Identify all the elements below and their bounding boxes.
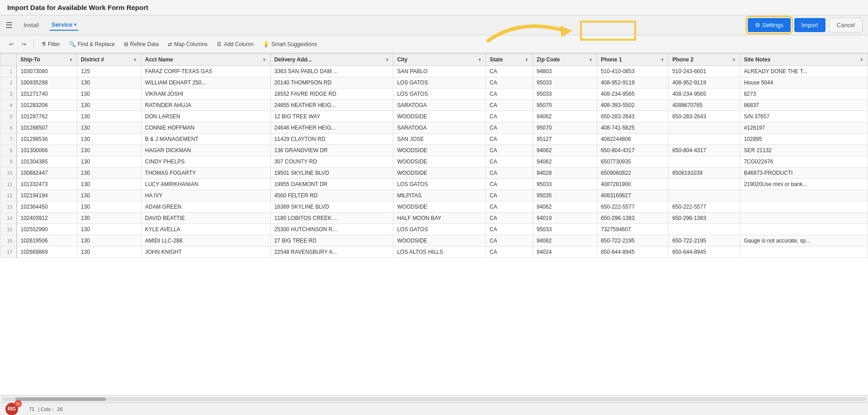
cell-shipto[interactable]: 100935298: [17, 77, 77, 89]
cell-state[interactable]: CA: [486, 247, 533, 258]
cell-zip[interactable]: 94062: [533, 156, 597, 168]
cell-city[interactable]: LOS GATOS: [393, 89, 486, 100]
cell-city[interactable]: WOODSIDE: [393, 235, 486, 247]
sort-district-icon[interactable]: ▼: [133, 57, 137, 62]
cell-zip[interactable]: 94024: [533, 247, 597, 258]
find-replace-button[interactable]: 🔍 Find & Replace: [66, 39, 118, 49]
cell-city[interactable]: LOS ALTOS HILLS: [393, 247, 486, 258]
cell-phone2[interactable]: [669, 122, 740, 134]
cell-state[interactable]: CA: [486, 168, 533, 179]
cell-district[interactable]: 130: [77, 89, 141, 100]
sort-zip-icon[interactable]: ▼: [589, 57, 593, 62]
cell-acctname[interactable]: HAGAR DICKMAN: [141, 145, 270, 156]
cell-shipto[interactable]: 103073080: [17, 66, 77, 77]
cell-city[interactable]: SAN PABLO: [393, 66, 486, 77]
cell-acctname[interactable]: THOMAS FOGARTY: [141, 168, 270, 179]
cell-state[interactable]: CA: [486, 122, 533, 134]
refine-data-button[interactable]: ⊞ Refine Data: [120, 39, 162, 49]
cell-phone1[interactable]: 650-222-5577: [597, 201, 668, 213]
cell-district[interactable]: 130: [77, 201, 141, 213]
table-row[interactable]: 16102619506130AMIDI LLC-28827 BIG TREE R…: [0, 235, 868, 247]
cell-phone1[interactable]: 408-234-9565: [597, 89, 668, 100]
table-row[interactable]: 5101287762130DON LARSEN12 BIG TREE WAYWO…: [0, 111, 868, 122]
cell-sitenotes[interactable]: ALREADY DONE THE T...: [740, 66, 868, 77]
cell-delivery[interactable]: 1180 LOBITOS CREEK ...: [270, 213, 393, 224]
cell-delivery[interactable]: 3363 SAN PABLO DAM ...: [270, 66, 393, 77]
cell-shipto[interactable]: 101287762: [17, 111, 77, 122]
cell-sitenotes[interactable]: [740, 201, 868, 213]
cell-delivery[interactable]: 307 COUNTY RD: [270, 156, 393, 168]
cell-shipto[interactable]: 102552990: [17, 224, 77, 235]
cell-sitenotes[interactable]: 86837: [740, 100, 868, 111]
cell-city[interactable]: WOODSIDE: [393, 156, 486, 168]
cell-zip[interactable]: 94019: [533, 213, 597, 224]
sort-acctname-icon[interactable]: ▼: [262, 57, 267, 62]
cell-phone2[interactable]: 6506191039: [669, 168, 740, 179]
cell-district[interactable]: 130: [77, 168, 141, 179]
cell-sitenotes[interactable]: S/N 37657: [740, 111, 868, 122]
cell-acctname[interactable]: ADAM GREEN: [141, 201, 270, 213]
cell-district[interactable]: 130: [77, 122, 141, 134]
cell-sitenotes[interactable]: House 5044: [740, 77, 868, 89]
cell-zip[interactable]: 95033: [533, 224, 597, 235]
cell-state[interactable]: CA: [486, 190, 533, 201]
cell-city[interactable]: HALF MOON BAY: [393, 213, 486, 224]
cell-district[interactable]: 130: [77, 111, 141, 122]
hscroll-thumb[interactable]: [15, 397, 106, 401]
cell-state[interactable]: CA: [486, 213, 533, 224]
add-column-button[interactable]: 🗓 Add Column: [213, 39, 257, 49]
col-header-zip[interactable]: Zip Code▼: [533, 54, 597, 66]
smart-suggestions-button[interactable]: 💡 Smart Suggestions: [259, 39, 321, 49]
cell-city[interactable]: WOODSIDE: [393, 145, 486, 156]
cell-delivery[interactable]: 16369 SKYLINE BLVD: [270, 201, 393, 213]
col-header-district[interactable]: District #▼: [77, 54, 141, 66]
sort-state-icon[interactable]: ▼: [524, 57, 529, 62]
cell-city[interactable]: LOS GATOS: [393, 77, 486, 89]
cell-phone2[interactable]: [669, 134, 740, 145]
col-header-sitenotes[interactable]: Site Notes▼: [740, 54, 868, 66]
col-header-delivery[interactable]: Delivery Add...▼: [270, 54, 393, 66]
cell-delivery[interactable]: 20140 THOMPSON RD: [270, 77, 393, 89]
sort-phone1-icon[interactable]: ▼: [660, 57, 665, 62]
cell-district[interactable]: 130: [77, 100, 141, 111]
col-header-shipto[interactable]: Ship-To▼: [17, 54, 77, 66]
cell-zip[interactable]: 94028: [533, 168, 597, 179]
menu-icon[interactable]: ☰: [5, 20, 13, 30]
cell-phone2[interactable]: [669, 190, 740, 201]
cell-state[interactable]: CA: [486, 134, 533, 145]
table-row[interactable]: 8101300066130HAGAR DICKMAN136 GRANDVIEW …: [0, 145, 868, 156]
cell-district[interactable]: 130: [77, 224, 141, 235]
table-row[interactable]: 14102403912130DAVID BEATTIE1180 LOBITOS …: [0, 213, 868, 224]
cell-district[interactable]: 130: [77, 235, 141, 247]
cell-sitenotes[interactable]: #126197: [740, 122, 868, 134]
cell-district[interactable]: 130: [77, 213, 141, 224]
cell-zip[interactable]: 94062: [533, 235, 597, 247]
table-row[interactable]: 9101304385130CINDY PHELPS307 COUNTY RDWO…: [0, 156, 868, 168]
cell-acctname[interactable]: HA IVY: [141, 190, 270, 201]
cell-sitenotes[interactable]: 7CG022476: [740, 156, 868, 168]
cell-delivery[interactable]: 27 BIG TREE RD: [270, 235, 393, 247]
cell-shipto[interactable]: 101332473: [17, 179, 77, 190]
cell-phone1[interactable]: 650-296-1383: [597, 213, 668, 224]
table-row[interactable]: 6101288507130CONNIE HOFFMAN24646 HEATHER…: [0, 122, 868, 134]
col-header-phone2[interactable]: Phone 2▼: [669, 54, 740, 66]
cell-delivery[interactable]: 12 BIG TREE WAY: [270, 111, 393, 122]
cell-delivery[interactable]: 18552 FAVRE RIDGE RD: [270, 89, 393, 100]
cell-phone2[interactable]: 650-222-5577: [669, 201, 740, 213]
cell-sitenotes[interactable]: [740, 224, 868, 235]
cell-phone1[interactable]: 4082244806: [597, 134, 668, 145]
redo-button[interactable]: ↪: [18, 39, 30, 49]
cell-phone1[interactable]: 6509060822: [597, 168, 668, 179]
cell-delivery[interactable]: 136 GRANDVIEW DR: [270, 145, 393, 156]
cell-state[interactable]: CA: [486, 201, 533, 213]
cell-phone2[interactable]: [669, 156, 740, 168]
settings-button[interactable]: ⚙ Settings: [748, 18, 791, 32]
cell-acctname[interactable]: JOHN KNIGHT: [141, 247, 270, 258]
col-header-state[interactable]: State▼: [486, 54, 533, 66]
cell-phone2[interactable]: 650-283-2643: [669, 111, 740, 122]
cell-acctname[interactable]: KYLE AVELLA: [141, 224, 270, 235]
table-row[interactable]: 7101298536130B & J MANAGEMENT11429 CLAYT…: [0, 134, 868, 145]
cell-phone2[interactable]: 4088670765: [669, 100, 740, 111]
cell-phone1[interactable]: 6507730935: [597, 156, 668, 168]
cell-zip[interactable]: 95070: [533, 100, 597, 111]
